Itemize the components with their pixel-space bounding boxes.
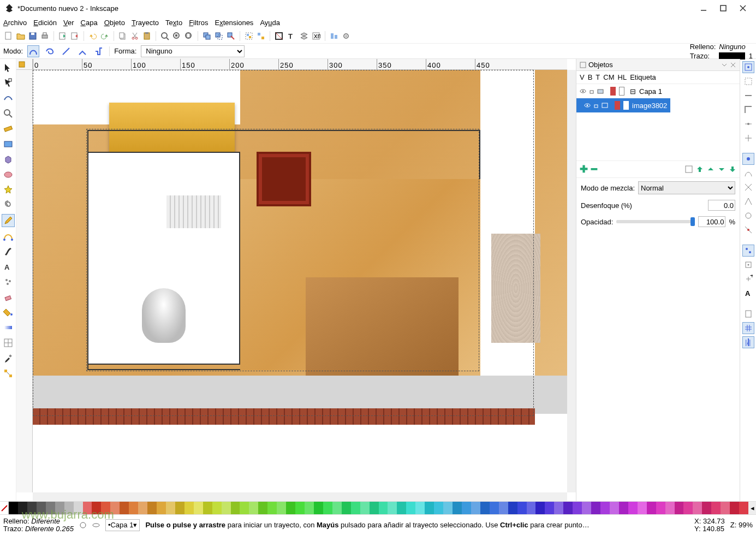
color-swatch[interactable] [157, 502, 166, 514]
blur-input[interactable] [708, 200, 735, 211]
status-stroke[interactable]: Diferente 0.265 [25, 525, 74, 533]
snap-corner-icon[interactable] [742, 104, 754, 116]
palette-menu-icon[interactable]: ◂ [748, 502, 756, 514]
color-swatch[interactable] [535, 502, 545, 514]
paste-icon[interactable] [141, 31, 152, 41]
color-swatch[interactable] [120, 502, 129, 514]
color-swatch[interactable] [110, 502, 120, 514]
print-icon[interactable] [39, 31, 50, 41]
color-swatch[interactable] [129, 502, 138, 514]
color-swatch[interactable] [499, 502, 508, 514]
color-swatch[interactable] [258, 502, 267, 514]
menu-ayuda[interactable]: Ayuda [260, 19, 280, 27]
snap-intersect-icon[interactable] [742, 181, 754, 193]
dropper-tool[interactable] [2, 352, 15, 365]
selection-box-2[interactable] [33, 70, 534, 416]
layer-row-capa1[interactable]: ⊟ Capa 1 [576, 84, 740, 98]
ruler-vertical[interactable] [16, 70, 33, 492]
color-swatch[interactable] [453, 502, 462, 514]
color-swatch[interactable] [563, 502, 573, 514]
mesh-tool[interactable] [2, 336, 15, 349]
zoom-page-icon[interactable] [183, 31, 194, 41]
color-swatch[interactable] [480, 502, 490, 514]
color-swatch[interactable] [249, 502, 258, 514]
menu-trayecto[interactable]: Trayecto [132, 19, 159, 27]
move-up-icon[interactable] [707, 165, 715, 173]
color-swatch[interactable] [74, 502, 83, 514]
snap-midedge-icon[interactable] [742, 118, 754, 130]
snap-center-icon[interactable] [742, 132, 754, 144]
color-swatch[interactable] [675, 502, 684, 514]
ruler-corner[interactable] [16, 59, 33, 70]
gradient-tool[interactable] [2, 321, 15, 334]
color-swatch[interactable] [656, 502, 665, 514]
color-swatch[interactable] [591, 502, 600, 514]
color-swatch[interactable] [434, 502, 443, 514]
color-swatch[interactable] [360, 502, 370, 514]
snap-midline-icon[interactable] [742, 224, 754, 236]
save-icon[interactable] [27, 31, 38, 41]
color-swatch[interactable] [406, 502, 415, 514]
eraser-tool[interactable] [2, 290, 15, 304]
color-swatch[interactable] [702, 502, 711, 514]
color-swatch[interactable] [379, 502, 388, 514]
menu-archivo[interactable]: Archivo [3, 19, 27, 27]
color-swatch[interactable] [388, 502, 397, 514]
snap-cusp-icon[interactable] [742, 195, 754, 207]
color-swatch[interactable] [314, 502, 323, 514]
trazo-swatch[interactable] [719, 52, 745, 60]
menu-filtros[interactable]: Filtros [189, 19, 208, 27]
no-color-swatch[interactable] [0, 502, 9, 514]
color-swatch[interactable] [203, 502, 212, 514]
unlink-clone-icon[interactable] [225, 31, 236, 41]
fill-stroke-icon[interactable] [273, 31, 284, 41]
spiral-tool[interactable] [2, 199, 15, 212]
mode-zigzag-icon[interactable] [93, 45, 105, 57]
color-swatch[interactable] [138, 502, 147, 514]
color-swatch[interactable] [490, 502, 499, 514]
menu-capa[interactable]: Capa [81, 19, 98, 27]
forma-select[interactable]: Ninguno [141, 45, 245, 57]
snap-guide-icon[interactable]: |/| [742, 336, 754, 348]
color-swatch[interactable] [665, 502, 675, 514]
import-icon[interactable] [57, 31, 68, 41]
undo-icon[interactable] [87, 31, 98, 41]
tweak-tool[interactable] [2, 92, 15, 105]
snap-objcenter-icon[interactable] [742, 259, 754, 271]
ungroup-icon[interactable] [255, 31, 266, 41]
color-swatch[interactable] [267, 502, 277, 514]
relleno-value[interactable]: Ninguno [719, 43, 745, 51]
color-swatch[interactable] [46, 502, 55, 514]
mode-spiro-icon[interactable] [44, 45, 56, 57]
snap-others-icon[interactable] [742, 245, 754, 257]
rect-tool[interactable] [2, 138, 15, 151]
remove-layer-button[interactable]: ━ [591, 163, 597, 175]
color-swatch[interactable] [37, 502, 46, 514]
color-swatch[interactable] [351, 502, 360, 514]
copy-icon[interactable] [117, 31, 128, 41]
status-lock-icon[interactable] [79, 521, 87, 529]
panel-min-icon[interactable] [721, 62, 728, 68]
color-swatch[interactable] [610, 502, 619, 514]
color-swatch[interactable] [55, 502, 64, 514]
color-swatch[interactable] [277, 502, 286, 514]
menu-ver[interactable]: Ver [63, 19, 74, 27]
menu-objeto[interactable]: Objeto [104, 19, 125, 27]
open-icon[interactable] [15, 31, 26, 41]
snap-node-icon[interactable] [742, 153, 754, 165]
color-swatch[interactable] [9, 502, 18, 514]
color-swatch[interactable] [342, 502, 351, 514]
color-swatch[interactable] [508, 502, 517, 514]
minimize-button[interactable] [700, 5, 707, 11]
move-bottom-icon[interactable] [729, 165, 736, 173]
move-down-icon[interactable] [718, 165, 725, 173]
export-icon[interactable] [69, 31, 80, 41]
vertical-scrollbar[interactable] [567, 70, 576, 492]
color-swatch[interactable] [517, 502, 527, 514]
color-swatch[interactable] [425, 502, 434, 514]
zoom-draw-icon[interactable] [171, 31, 182, 41]
color-swatch[interactable] [332, 502, 342, 514]
mode-paraxial-icon[interactable] [76, 45, 88, 57]
object-row-image3802[interactable]: image3802 [576, 98, 670, 112]
status-fill[interactable]: Diferente [31, 517, 60, 525]
